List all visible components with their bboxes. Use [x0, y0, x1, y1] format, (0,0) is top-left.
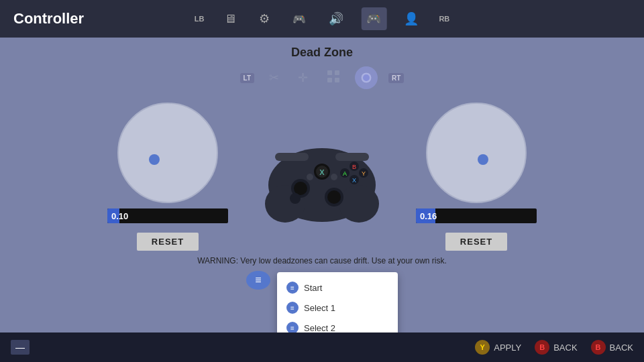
svg-rect-9: [275, 153, 309, 161]
svg-point-15: [294, 182, 307, 195]
svg-point-5: [363, 74, 370, 81]
svg-point-17: [327, 190, 341, 204]
dropdown-label-select1: Select 1: [304, 303, 335, 313]
left-slider-value: 0.10: [111, 211, 128, 221]
svg-text:Y: Y: [362, 170, 366, 177]
svg-text:X: X: [352, 177, 356, 184]
controller-svg: X X Y B A: [255, 125, 389, 229]
right-slider-track[interactable]: 0.16: [416, 208, 537, 223]
svg-point-28: [331, 174, 337, 180]
nav-controller[interactable]: 🎮: [361, 7, 386, 30]
controller-area: 0.10 RESET X: [107, 103, 537, 251]
svg-rect-0: [327, 70, 332, 75]
subnav-lt[interactable]: LT: [240, 73, 254, 83]
back-action-1[interactable]: B BACK: [535, 340, 577, 355]
start-icon: ≡: [286, 282, 299, 294]
dropdown-item-select1[interactable]: ≡ Select 1: [277, 298, 398, 318]
left-slider-track[interactable]: 0.10: [107, 208, 228, 223]
svg-rect-10: [335, 153, 369, 161]
subnav-circle-active[interactable]: [355, 66, 378, 89]
dropdown-item-start[interactable]: ≡ Start: [277, 278, 398, 298]
subnav-scissors-icon[interactable]: ✂: [265, 68, 283, 88]
y-badge: Y: [475, 340, 490, 355]
top-bar: Controller LB 🖥 ⚙ 🎮 🔊 🎮 👤 RB: [0, 0, 644, 38]
bottom-right: Y APPLY B BACK B BACK: [475, 340, 633, 355]
svg-rect-2: [327, 78, 332, 82]
svg-point-8: [339, 185, 379, 223]
svg-text:B: B: [352, 164, 356, 170]
right-slider-value: 0.16: [420, 211, 437, 221]
left-joystick-dot: [149, 154, 160, 165]
dropdown-label-select2: Select 2: [304, 323, 335, 333]
b-badge-2: B: [591, 340, 606, 355]
apply-label: APPLY: [494, 343, 521, 353]
nav-monitor[interactable]: 🖥: [219, 8, 241, 30]
apply-action[interactable]: Y APPLY: [475, 340, 521, 355]
dropdown-label-start: Start: [304, 283, 322, 293]
left-joystick-container: 0.10 RESET: [107, 103, 228, 251]
subnav-rt[interactable]: RT: [388, 73, 404, 83]
mini-button[interactable]: —: [11, 340, 30, 355]
right-joystick-circle: [426, 103, 527, 203]
bottom-bar: — Y APPLY B BACK B BACK: [0, 333, 644, 362]
subnav-move-icon[interactable]: ✛: [294, 68, 312, 88]
svg-rect-1: [335, 70, 339, 75]
left-reset-button[interactable]: RESET: [137, 233, 199, 251]
subnav-grid-icon[interactable]: [323, 67, 344, 89]
nav-gamepad-config[interactable]: 🎮: [287, 9, 311, 29]
back-label-2: BACK: [610, 343, 633, 353]
left-joystick-circle: [117, 103, 218, 203]
sub-nav: LT ✂ ✛ RT: [240, 66, 405, 89]
right-slider-container: 0.16: [416, 208, 537, 223]
dropdown-icon: ≡: [246, 271, 270, 290]
svg-text:X: X: [319, 168, 325, 176]
top-nav: LB 🖥 ⚙ 🎮 🔊 🎮 👤 RB: [195, 7, 450, 30]
svg-point-27: [307, 174, 313, 180]
b-badge-1: B: [535, 340, 549, 355]
main-content: Dead Zone LT ✂ ✛ RT: [0, 38, 644, 333]
back-label-1: BACK: [553, 343, 577, 353]
select1-icon: ≡: [286, 302, 299, 314]
controller-image: X X Y B A: [255, 123, 389, 231]
svg-rect-3: [335, 78, 339, 82]
left-slider-container: 0.10: [107, 208, 228, 223]
nav-lb-label: LB: [195, 15, 205, 23]
back-action-2[interactable]: B BACK: [591, 340, 633, 355]
right-reset-button[interactable]: RESET: [445, 233, 507, 251]
nav-profile[interactable]: 👤: [398, 7, 424, 30]
right-joystick-dot: [478, 154, 488, 165]
warning-text: WARNING: Very low deadzones can cause dr…: [197, 256, 447, 265]
page-title: Controller: [13, 10, 84, 27]
nav-rb-label: RB: [439, 15, 449, 23]
nav-settings[interactable]: ⚙: [254, 7, 275, 30]
section-title: Dead Zone: [291, 46, 353, 60]
right-joystick-container: 0.16 RESET: [416, 103, 537, 251]
svg-text:A: A: [343, 170, 347, 177]
svg-point-18: [290, 193, 301, 204]
bottom-left: —: [11, 340, 30, 355]
nav-audio[interactable]: 🔊: [323, 7, 349, 30]
